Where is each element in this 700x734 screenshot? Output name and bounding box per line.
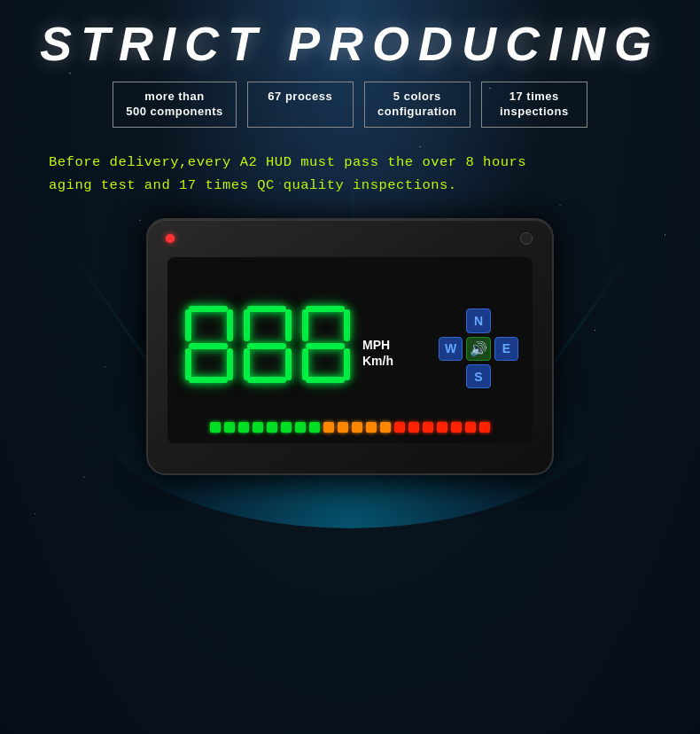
stat-components-text: more than 500 components (126, 90, 223, 120)
seg-tr-1 (227, 309, 233, 341)
unit-mph: MPH (362, 337, 390, 353)
seg-br-1 (227, 348, 233, 380)
seg-tl-3 (302, 309, 308, 341)
seg-mid-2 (247, 343, 286, 349)
seg-bot-2 (247, 377, 286, 383)
stat-colors-text: 5 colors configuration (377, 90, 457, 120)
unit-kmh: Km/h (362, 353, 393, 369)
digit-1 (182, 302, 237, 387)
led-4 (253, 422, 263, 433)
seg-mid-1 (189, 343, 228, 349)
led-13 (380, 422, 391, 433)
compass-west: W (439, 337, 463, 361)
hud-device: MPH Km/h N W 🔊 E S (146, 218, 554, 475)
seg-tr-3 (344, 309, 350, 341)
led-5 (267, 422, 277, 433)
main-title: STRICT PRODUCING (0, 16, 700, 71)
seg-br-3 (344, 348, 350, 380)
power-led (166, 234, 175, 243)
seg-tl-1 (185, 309, 191, 341)
speed-display (182, 302, 354, 387)
led-16 (423, 422, 433, 433)
seg-bl-2 (244, 348, 250, 380)
led-17 (437, 422, 447, 433)
seg-top-3 (306, 306, 345, 312)
page-title-section: STRICT PRODUCING (0, 0, 700, 82)
led-20 (479, 422, 490, 433)
stat-process: 67 process (247, 82, 354, 128)
seg-bot-1 (189, 377, 228, 383)
seg-br-2 (285, 348, 292, 380)
seg-top-2 (247, 306, 286, 312)
seg-mid-3 (306, 343, 345, 349)
stat-inspections: 17 times inspections (481, 82, 587, 128)
seg-top-1 (189, 306, 228, 312)
led-12 (366, 422, 377, 433)
compass-south: S (466, 364, 490, 388)
seg-tl-2 (244, 309, 250, 341)
stat-inspections-text: 17 times inspections (494, 90, 574, 120)
led-10 (338, 422, 348, 433)
device-body: MPH Km/h N W 🔊 E S (146, 218, 554, 475)
led-15 (408, 422, 419, 433)
stat-process-text: 67 process (261, 90, 340, 105)
screen-main-area: MPH Km/h N W 🔊 E S (182, 266, 518, 422)
seg-bl-3 (302, 348, 308, 380)
led-1 (210, 422, 221, 433)
units-display: MPH Km/h (362, 337, 393, 369)
compass-north: N (466, 308, 490, 332)
seg-tr-2 (285, 309, 292, 341)
stats-row: more than 500 components 67 process 5 co… (0, 82, 700, 128)
led-7 (295, 422, 306, 433)
compass-center-icon: 🔊 (466, 337, 490, 361)
led-bar (182, 422, 518, 433)
seg-bot-3 (306, 377, 345, 383)
led-3 (238, 422, 249, 433)
led-8 (309, 422, 320, 433)
led-6 (281, 422, 292, 433)
digit-2 (240, 302, 295, 387)
stat-components: more than 500 components (113, 82, 237, 128)
digit-3 (299, 302, 354, 387)
description-text: Before delivery,every A2 HUD must pass t… (0, 142, 700, 210)
sensor-dot (520, 232, 533, 245)
compass-east: E (494, 337, 518, 361)
hud-container: MPH Km/h N W 🔊 E S (0, 218, 700, 475)
seg-bl-1 (185, 348, 191, 380)
page-content: STRICT PRODUCING more than 500 component… (0, 0, 700, 734)
led-11 (352, 422, 362, 433)
led-9 (323, 422, 334, 433)
led-2 (224, 422, 235, 433)
compass-display: N W 🔊 E S (439, 308, 518, 388)
led-19 (465, 422, 476, 433)
hud-screen: MPH Km/h N W 🔊 E S (167, 257, 533, 443)
led-18 (451, 422, 462, 433)
led-14 (394, 422, 405, 433)
stat-colors: 5 colors configuration (364, 82, 471, 128)
